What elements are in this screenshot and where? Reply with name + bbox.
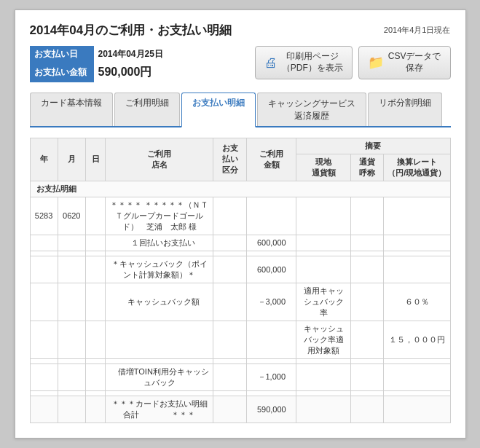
table-row [30, 251, 450, 256]
th-currency: 通貨呼称 [350, 154, 384, 181]
cell-amount: 600,000 [247, 256, 296, 283]
cell-shop [106, 251, 213, 256]
cell-shop [106, 321, 213, 358]
cell-year: 5283 [30, 197, 58, 235]
cell-day [85, 358, 105, 363]
payment-date-label: お支払い日 [30, 46, 94, 63]
tab-revolving[interactable]: リボ分割明細 [368, 93, 442, 125]
cell-shop: キャッシュバック額 [106, 283, 213, 321]
cell-rate [384, 256, 450, 283]
cell-rate [384, 197, 450, 235]
cell-day [85, 283, 105, 321]
cell-local [296, 197, 350, 235]
cell-local [296, 235, 350, 251]
cell-rate [384, 251, 450, 256]
cell-currency [350, 358, 384, 363]
cell-currency [350, 396, 384, 423]
csv-icon: 📁 [368, 55, 384, 71]
page-container: 2014年04月のご利用・お支払い明細 2014年4月1日現在 お支払い日 20… [15, 9, 466, 438]
cell-currency [350, 197, 384, 235]
cell-currency [350, 235, 384, 251]
cell-payment-type [213, 390, 247, 396]
cell-rate [384, 396, 450, 423]
page-title: 2014年04月のご利用・お支払い明細 [30, 22, 232, 39]
cell-month [58, 363, 85, 390]
cell-day [85, 251, 105, 256]
cell-month [58, 251, 85, 256]
cell-year [30, 396, 58, 423]
info-table: お支払い日 2014年04月25日 お支払い金額 590,000円 [30, 46, 170, 82]
table-row: １回払いお支払い 600,000 [30, 235, 450, 251]
section-header-row: お支払明細 [30, 181, 450, 197]
payment-amount-label: お支払い金額 [30, 63, 94, 82]
cell-day [85, 321, 105, 358]
cell-payment-type [213, 251, 247, 256]
cell-amount [247, 251, 296, 256]
cell-local [296, 363, 350, 390]
tab-cashing-history[interactable]: キャッシングサービス返済履歴 [257, 93, 366, 125]
payment-amount-value: 590,000円 [94, 63, 170, 82]
cell-day [85, 396, 105, 423]
cell-shop: ＊キャッシュバック（ポイント計算対象額）＊ [106, 256, 213, 283]
cell-rate [384, 390, 450, 396]
th-day: 日 [85, 138, 105, 181]
cell-amount: －3,000 [247, 283, 296, 321]
cell-month [58, 235, 85, 251]
cell-year [30, 390, 58, 396]
cell-amount: －1,000 [247, 363, 296, 390]
cell-month [58, 283, 85, 321]
cell-month [58, 396, 85, 423]
cell-amount [247, 390, 296, 396]
csv-button-label: CSVデータで保存 [388, 51, 441, 74]
cell-payment-type [213, 197, 247, 235]
table-row: 借増TOIN利用分キャッシュバック －1,000 [30, 363, 450, 390]
th-year: 年 [30, 138, 58, 181]
cell-payment-type [213, 283, 247, 321]
cell-currency [350, 251, 384, 256]
cell-rate [384, 363, 450, 390]
print-button-label: 印刷用ページ（PDF）を表示 [282, 51, 343, 74]
cell-shop [106, 390, 213, 396]
cell-shop: 借増TOIN利用分キャッシュバック [106, 363, 213, 390]
cell-local [296, 396, 350, 423]
table-row [30, 358, 450, 363]
th-summary: 摘要 [296, 138, 450, 154]
cell-shop: ＊＊＊＊ ＊＊＊＊＊（ＮＴＴグループカードゴールド） 芝浦 太郎 様 [106, 197, 213, 235]
printer-icon: 🖨 [264, 55, 278, 71]
cell-year [30, 235, 58, 251]
cell-day [85, 197, 105, 235]
tab-card-basic[interactable]: カード基本情報 [30, 93, 113, 125]
cell-month [58, 358, 85, 363]
th-month: 月 [58, 138, 85, 181]
cell-total-amount: 590,000 [247, 396, 296, 423]
th-amount: ご利用金額 [247, 138, 296, 181]
cell-rate: １５，０００円 [384, 321, 450, 358]
tab-usage-detail[interactable]: ご利用明細 [114, 93, 180, 125]
tab-payment-detail[interactable]: お支払い明細 [181, 93, 256, 127]
header-date: 2014年4月1日現在 [384, 25, 451, 36]
cell-payment-type [213, 396, 247, 423]
cell-shop: １回払いお支払い [106, 235, 213, 251]
table-row: ＊キャッシュバック（ポイント計算対象額）＊ 600,000 [30, 256, 450, 283]
cell-local [296, 256, 350, 283]
cell-day [85, 363, 105, 390]
cell-local: 適用キャッシュバック率 [296, 283, 350, 321]
cell-payment-type [213, 363, 247, 390]
tabs-row: カード基本情報 ご利用明細 お支払い明細 キャッシングサービス返済履歴 リボ分割… [30, 93, 451, 127]
print-button[interactable]: 🖨 印刷用ページ（PDF）を表示 [255, 46, 353, 79]
table-row-total: ＊＊＊カードお支払い明細合計 ＊＊＊ 590,000 [30, 396, 450, 423]
cell-year [30, 358, 58, 363]
csv-button[interactable]: 📁 CSVデータで保存 [358, 46, 451, 79]
table-row: 5283 0620 ＊＊＊＊ ＊＊＊＊＊（ＮＴＴグループカードゴールド） 芝浦 … [30, 197, 450, 235]
table-row: キャッシュバック額 －3,000 適用キャッシュバック率 ６０％ [30, 283, 450, 321]
cell-currency [350, 321, 384, 358]
cell-month [58, 390, 85, 396]
cell-local: キャッシュバック率適用対象額 [296, 321, 350, 358]
cell-day [85, 235, 105, 251]
cell-payment-type [213, 235, 247, 251]
payment-date-value: 2014年04月25日 [94, 46, 170, 63]
cell-local [296, 251, 350, 256]
th-local-amount: 現地通貨額 [296, 154, 350, 181]
main-table: 年 月 日 ご利用店名 お支払い区分 ご利用金額 摘要 現地通貨額 通貨呼称 換… [30, 138, 451, 423]
cell-amount [247, 358, 296, 363]
